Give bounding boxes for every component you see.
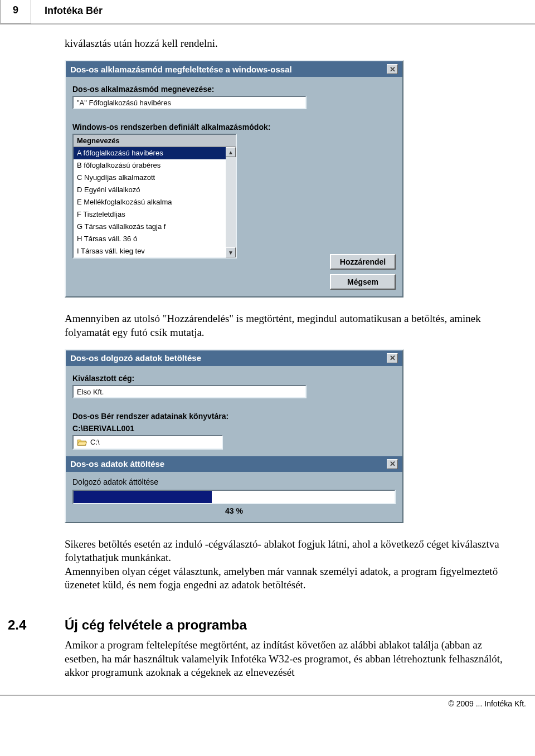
scrollbar[interactable]: ▲ ▼ <box>226 147 236 257</box>
list-item[interactable]: G Társas vállalkozás tagja f <box>74 221 226 233</box>
page-title: Infotéka Bér <box>31 1 103 23</box>
paragraph-4: Amennyiben olyan céget választunk, amely… <box>65 565 507 592</box>
page-number: 9 <box>0 0 31 23</box>
dialog-app-mode-match: Dos-os alklamazásmód megfeleltetése a wi… <box>65 60 403 297</box>
list-item[interactable]: F Tiszteletdíjas <box>74 208 226 221</box>
list-item[interactable]: B főfoglalkozású órabéres <box>74 159 226 172</box>
close-icon[interactable]: ✕ <box>387 459 398 469</box>
dialog2-label-dir: Dos-os Bér rendszer adatainak könyvtára: <box>72 412 396 421</box>
dialog3-titlebar: Dos-os adatok áttöltése ✕ <box>66 456 402 472</box>
list-item[interactable]: I Társas váll. kieg tev <box>74 245 226 257</box>
dialog1-label1: Dos-os alkalmazásmód megnevezése: <box>72 85 396 94</box>
windows-modes-listbox[interactable]: Megnevezés A főfoglalkozású havibéresB f… <box>72 134 237 258</box>
list-item[interactable]: H Társas váll. 36 ó <box>74 233 226 245</box>
dialog1-titlebar: Dos-os alklamazásmód megfeleltetése a wi… <box>66 61 402 77</box>
folder-path-text: C:\ <box>90 438 100 446</box>
dialog2-titlebar: Dos-os dolgozó adatok betöltése ✕ <box>66 350 402 366</box>
selected-company-input[interactable]: Elso Kft. <box>72 385 307 398</box>
list-item[interactable]: C Nyugdíjas alkalmazott <box>74 172 226 184</box>
close-icon[interactable]: ✕ <box>387 64 398 74</box>
dialog3-title-text: Dos-os adatok áttöltése <box>70 459 164 469</box>
cancel-button[interactable]: Mégsem <box>330 274 396 290</box>
dialog2-title-text: Dos-os dolgozó adatok betöltése <box>70 353 201 363</box>
paragraph-5: Amikor a program feltelepítése megtörtén… <box>65 638 507 679</box>
progress-percent-label: 43 % <box>72 506 396 515</box>
scroll-down-icon[interactable]: ▼ <box>226 247 236 257</box>
paragraph-3: Sikeres betöltés esetén az induló -cégvá… <box>65 538 507 565</box>
paragraph-1: kiválasztás után hozzá kell rendelni. <box>65 37 507 50</box>
dos-mode-name-input[interactable]: "A" Főfoglalkozású havibéres <box>72 96 307 109</box>
dialog1-title-text: Dos-os alklamazásmód megfeleltetése a wi… <box>70 65 292 74</box>
dialog2-label-company: Kiválasztott cég: <box>72 374 396 383</box>
section-heading: 2.4 Új cég felvétele a programba <box>0 617 535 633</box>
progress-bar <box>72 490 396 504</box>
progress-fill <box>74 491 212 503</box>
list-header: Megnevezés <box>74 135 236 147</box>
list-item[interactable]: E Mellékfoglalkozású alkalma <box>74 196 226 208</box>
paragraph-2: Amennyiben az utolsó "Hozzárendelés" is … <box>65 312 507 339</box>
dialog-employee-data-load: Dos-os dolgozó adatok betöltése ✕ Kivála… <box>65 349 403 457</box>
close-icon[interactable]: ✕ <box>387 353 398 363</box>
dialog2-dir-path: C:\BER\VALL001 <box>72 424 396 433</box>
dialog1-label2: Windows-os rendszerben definiált alkalma… <box>72 123 396 131</box>
scroll-up-icon[interactable]: ▲ <box>226 147 236 157</box>
list-item[interactable]: A főfoglalkozású havibéres <box>74 147 226 159</box>
page-header: 9 Infotéka Bér <box>0 0 535 25</box>
folder-open-icon <box>77 438 87 446</box>
dialog-progress: Dos-os adatok áttöltése ✕ Dolgozó adatok… <box>65 456 403 523</box>
assign-button[interactable]: Hozzárendel <box>330 254 396 270</box>
page-footer: © 2009 ... Infotéka Kft. <box>0 695 535 714</box>
progress-status-text: Dolgozó adatok áttöltése <box>72 477 396 486</box>
section-number: 2.4 <box>0 617 65 633</box>
folder-path-row[interactable]: C:\ <box>72 435 223 450</box>
list-item[interactable]: D Egyéni vállalkozó <box>74 184 226 196</box>
section-title: Új cég felvétele a programba <box>65 617 247 633</box>
